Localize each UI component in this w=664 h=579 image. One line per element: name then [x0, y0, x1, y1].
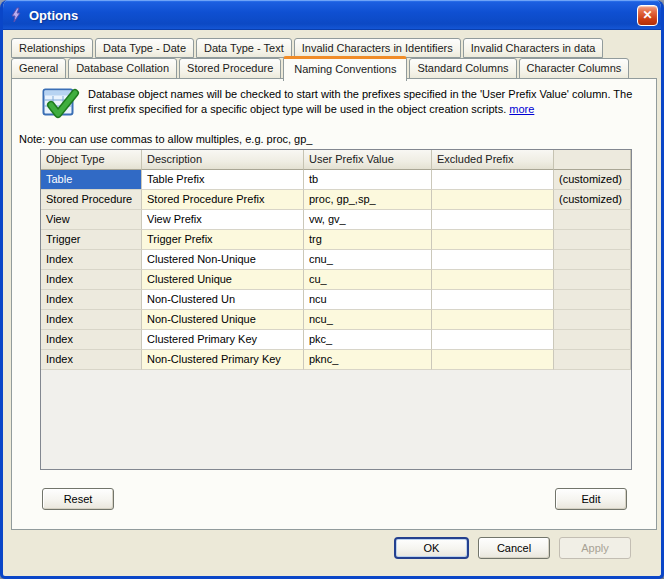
tab-relationships[interactable]: Relationships [11, 38, 93, 58]
cell-excluded_prefix[interactable] [432, 250, 554, 270]
tab-stored-procedure[interactable]: Stored Procedure [179, 58, 281, 79]
table-row: ViewView Prefixvw, gv_ [41, 210, 631, 230]
cell-excluded_prefix[interactable] [432, 190, 554, 210]
tab-invalid-characters-in-data[interactable]: Invalid Characters in data [463, 38, 604, 58]
description-body: Database object names will be checked to… [88, 88, 632, 115]
table-row: Stored ProcedureStored Procedure Prefixp… [41, 190, 631, 210]
cell-status [554, 210, 631, 230]
cell-user_prefix_value[interactable]: cu_ [304, 270, 432, 290]
reset-button[interactable]: Reset [42, 488, 114, 510]
cell-object_type[interactable]: Index [41, 350, 142, 370]
close-icon[interactable]: ✕ [637, 5, 658, 26]
column-header-object-type: Object Type [41, 150, 142, 170]
tab-character-columns[interactable]: Character Columns [519, 58, 630, 79]
naming-conventions-panel: Database object names will be checked to… [11, 78, 657, 530]
cell-excluded_prefix[interactable] [432, 290, 554, 310]
cell-object_type[interactable]: Index [41, 270, 142, 290]
cell-user_prefix_value[interactable]: pknc_ [304, 350, 432, 370]
cancel-button[interactable]: Cancel [478, 537, 550, 559]
description-text: Database object names will be checked to… [88, 87, 640, 117]
cell-description[interactable]: Stored Procedure Prefix [142, 190, 304, 210]
cell-description[interactable]: Table Prefix [142, 170, 304, 190]
cell-user_prefix_value[interactable]: vw, gv_ [304, 210, 432, 230]
cell-excluded_prefix[interactable] [432, 330, 554, 350]
app-lightning-icon [8, 7, 24, 23]
tab-standard-columns[interactable]: Standard Columns [409, 58, 516, 79]
cell-status [554, 230, 631, 250]
cell-object_type[interactable]: Index [41, 310, 142, 330]
table-row: IndexNon-Clustered Unncu [41, 290, 631, 310]
cell-excluded_prefix[interactable] [432, 310, 554, 330]
column-header-user-prefix-value: User Prefix Value [304, 150, 432, 170]
apply-button[interactable]: Apply [559, 537, 631, 559]
cell-user_prefix_value[interactable]: ncu [304, 290, 432, 310]
more-link[interactable]: more [509, 103, 534, 115]
cell-description[interactable]: Non-Clustered Unique [142, 310, 304, 330]
cell-description[interactable]: Clustered Primary Key [142, 330, 304, 350]
dialog-footer: OK Cancel Apply [394, 537, 631, 559]
cell-description[interactable]: Non-Clustered Un [142, 290, 304, 310]
cell-description[interactable]: Non-Clustered Primary Key [142, 350, 304, 370]
tab-data-type-text[interactable]: Data Type - Text [196, 38, 292, 58]
cell-object_type[interactable]: Stored Procedure [41, 190, 142, 210]
cell-excluded_prefix[interactable] [432, 230, 554, 250]
table-empty-area [41, 370, 631, 469]
cell-object_type[interactable]: View [41, 210, 142, 230]
note-text: Note: you can use commas to allow multip… [19, 133, 312, 145]
options-dialog: Options ✕ RelationshipsData Type - DateD… [0, 0, 664, 579]
cell-object_type[interactable]: Trigger [41, 230, 142, 250]
column-header-blank [554, 150, 631, 170]
table-row: IndexNon-Clustered Primary Keypknc_ [41, 350, 631, 370]
cell-excluded_prefix[interactable] [432, 270, 554, 290]
cell-status [554, 250, 631, 270]
naming-conventions-table: Object TypeDescriptionUser Prefix ValueE… [40, 149, 632, 470]
cell-description[interactable]: Clustered Unique [142, 270, 304, 290]
table-row: IndexClustered Non-Uniquecnu_ [41, 250, 631, 270]
table-header-row: Object TypeDescriptionUser Prefix ValueE… [41, 150, 631, 170]
cell-description[interactable]: View Prefix [142, 210, 304, 230]
cell-object_type[interactable]: Index [41, 330, 142, 350]
column-header-description: Description [142, 150, 304, 170]
ok-button[interactable]: OK [394, 537, 469, 559]
cell-excluded_prefix[interactable] [432, 210, 554, 230]
tab-row-2: GeneralDatabase CollationStored Procedur… [11, 58, 653, 79]
cell-object_type[interactable]: Index [41, 290, 142, 310]
cell-status [554, 290, 631, 310]
tab-database-collation[interactable]: Database Collation [68, 58, 177, 79]
cell-user_prefix_value[interactable]: tb [304, 170, 432, 190]
cell-excluded_prefix[interactable] [432, 350, 554, 370]
cell-excluded_prefix[interactable] [432, 170, 554, 190]
title-bar[interactable]: Options ✕ [0, 0, 664, 30]
cell-user_prefix_value[interactable]: pkc_ [304, 330, 432, 350]
cell-description[interactable]: Clustered Non-Unique [142, 250, 304, 270]
table-row: IndexClustered Primary Keypkc_ [41, 330, 631, 350]
table-row: IndexClustered Uniquecu_ [41, 270, 631, 290]
cell-user_prefix_value[interactable]: proc, gp_,sp_ [304, 190, 432, 210]
cell-object_type[interactable]: Table [41, 170, 142, 190]
cell-status [554, 350, 631, 370]
cell-user_prefix_value[interactable]: trg [304, 230, 432, 250]
window-title: Options [29, 8, 637, 23]
column-header-excluded-prefix: Excluded Prefix [432, 150, 554, 170]
cell-user_prefix_value[interactable]: ncu_ [304, 310, 432, 330]
tab-invalid-characters-in-identifiers[interactable]: Invalid Characters in Identifiers [294, 38, 461, 58]
edit-button[interactable]: Edit [555, 488, 627, 510]
cell-status [554, 270, 631, 290]
cell-user_prefix_value[interactable]: cnu_ [304, 250, 432, 270]
cell-status: (customized) [554, 190, 631, 210]
table-row: IndexNon-Clustered Uniquencu_ [41, 310, 631, 330]
cell-status [554, 330, 631, 350]
tab-general[interactable]: General [11, 58, 66, 79]
table-row: TableTable Prefixtb(customized) [41, 170, 631, 190]
tab-data-type-date[interactable]: Data Type - Date [95, 38, 194, 58]
table-row: TriggerTrigger Prefixtrg [41, 230, 631, 250]
tab-naming-conventions[interactable]: Naming Conventions [283, 56, 407, 81]
cell-object_type[interactable]: Index [41, 250, 142, 270]
cell-status [554, 310, 631, 330]
table-checked-icon [42, 88, 80, 120]
cell-status: (customized) [554, 170, 631, 190]
cell-description[interactable]: Trigger Prefix [142, 230, 304, 250]
tab-row-1: RelationshipsData Type - DateData Type -… [11, 38, 653, 58]
